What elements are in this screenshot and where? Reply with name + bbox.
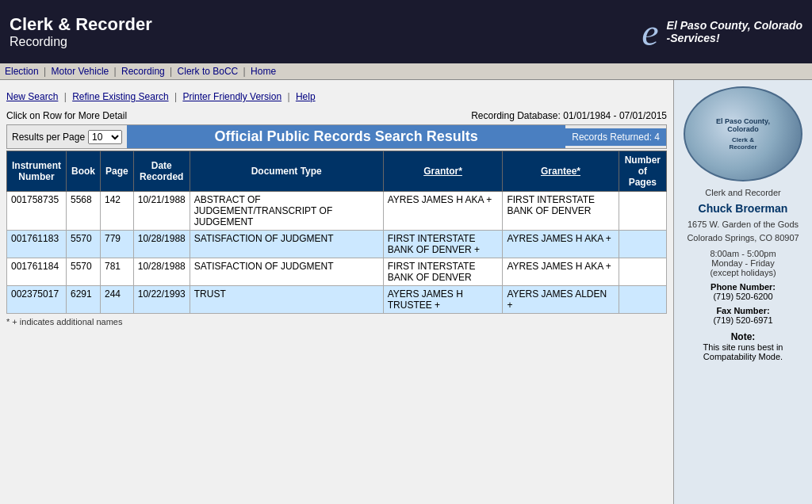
col-grantee: Grantee* xyxy=(503,151,619,192)
e-logo-icon: e xyxy=(642,10,658,54)
table-cell xyxy=(619,192,666,231)
grantor-sort-link[interactable]: Grantor* xyxy=(423,166,462,177)
sidebar-phone: Phone Number: (719) 520-6200 xyxy=(680,282,806,301)
sidebar: El Paso County, Colorado Clerk & Recorde… xyxy=(673,80,812,504)
table-cell: AYERS JAMES H TRUSTEE + xyxy=(383,286,503,314)
per-page-label: Results per Page xyxy=(12,132,85,143)
nav-recording[interactable]: Recording xyxy=(121,66,165,77)
table-cell xyxy=(619,231,666,258)
new-search-link[interactable]: New Search xyxy=(6,91,58,102)
nav-election[interactable]: Election xyxy=(5,66,39,77)
fax-number: (719) 520-6971 xyxy=(680,315,806,325)
table-cell: 6291 xyxy=(67,286,101,314)
nav-separator-1: | xyxy=(44,66,46,77)
table-cell: FIRST INTERSTATE BANK OF DENVER xyxy=(383,258,503,286)
table-cell: AYERS JAMES ALDEN + xyxy=(503,286,619,314)
table-cell: SATISFACTION OF JUDGMENT xyxy=(190,231,383,258)
footnote: * + indicates additional names xyxy=(6,314,667,330)
nav-separator-2: | xyxy=(114,66,117,77)
table-cell: 142 xyxy=(101,192,134,231)
seal-line2: Colorado xyxy=(727,125,759,133)
table-row[interactable]: 001761183557077910/28/1988SATISFACTION O… xyxy=(7,231,667,258)
site-title: Clerk & Recorder xyxy=(10,14,152,35)
table-cell: AYRES JAMES H AKA + xyxy=(383,192,503,231)
table-cell: 5570 xyxy=(67,258,101,286)
col-instrument: InstrumentNumber xyxy=(7,151,67,192)
results-per-page-control: Results per Page 10 25 50 100 xyxy=(7,127,127,147)
col-date: DateRecorded xyxy=(133,151,190,192)
table-cell: 779 xyxy=(101,231,134,258)
records-returned: Records Returned: 4 xyxy=(565,128,666,146)
header: Clerk & Recorder Recording e El Paso Cou… xyxy=(0,0,812,63)
grantee-sort-link[interactable]: Grantee* xyxy=(541,166,580,177)
seal-line1: El Paso County, xyxy=(716,117,770,125)
col-page: Page xyxy=(101,151,134,192)
nav-separator-4: | xyxy=(243,66,246,77)
col-doc-type: Document Type xyxy=(190,151,383,192)
phone-number: (719) 520-6200 xyxy=(680,292,806,301)
fax-label: Fax Number: xyxy=(680,306,806,315)
sidebar-hours: 8:00am - 5:00pm Monday - Friday (except … xyxy=(680,249,806,277)
table-cell: SATISFACTION OF JUDGMENT xyxy=(190,258,383,286)
table-cell: 001761184 xyxy=(7,258,67,286)
col-grantor: Grantor* xyxy=(383,151,503,192)
county-name: El Paso County, Colorado xyxy=(667,19,802,32)
navigation-bar: Election | Motor Vehicle | Recording | C… xyxy=(0,63,812,80)
table-cell: 244 xyxy=(101,286,134,314)
link-sep-2: | xyxy=(174,91,179,102)
printer-friendly-link[interactable]: Printer Friendly Version xyxy=(182,91,282,102)
seal-line4: Recorder xyxy=(729,143,756,151)
hours-text: 8:00am - 5:00pm xyxy=(680,249,806,258)
table-row[interactable]: 002375017629124410/22/1993TRUSTAYERS JAM… xyxy=(7,286,667,314)
header-branding: Clerk & Recorder Recording xyxy=(10,14,152,49)
records-returned-value: 4 xyxy=(654,132,660,143)
table-cell: FIRST INTERSTATE BANK OF DENVER + xyxy=(383,231,503,258)
nav-motor-vehicle[interactable]: Motor Vehicle xyxy=(52,66,109,77)
nav-separator-3: | xyxy=(170,66,172,77)
site-subtitle: Recording xyxy=(10,35,152,49)
table-cell: 5568 xyxy=(67,192,101,231)
days-text: Monday - Friday xyxy=(680,258,806,268)
sidebar-fax: Fax Number: (719) 520-6971 xyxy=(680,306,806,325)
table-row[interactable]: 001761184557078110/28/1988SATISFACTION O… xyxy=(7,258,667,286)
col-num-pages: Numberof Pages xyxy=(619,151,666,192)
table-cell: 781 xyxy=(101,258,134,286)
table-row[interactable]: 001758735556814210/21/1988ABSTRACT OF JU… xyxy=(7,192,667,231)
table-body: 001758735556814210/21/1988ABSTRACT OF JU… xyxy=(7,192,667,314)
nav-clerk-to-bocc[interactable]: Clerk to BoCC xyxy=(178,66,239,77)
table-cell: ABSTRACT OF JUDGEMENT/TRANSCRIPT OF JUDG… xyxy=(190,192,383,231)
seal-graphic: El Paso County, Colorado Clerk & Recorde… xyxy=(684,86,802,181)
table-cell: 001761183 xyxy=(7,231,67,258)
click-row-hint: Click on Row for More Detail xyxy=(6,110,127,121)
results-title: Official Public Records Search Results xyxy=(127,125,565,148)
refine-search-link[interactable]: Refine Existing Search xyxy=(72,91,168,102)
results-table: InstrumentNumber Book Page DateRecorded … xyxy=(6,151,667,314)
sidebar-recorder-name: Chuck Broerman xyxy=(680,202,806,215)
sidebar-address: 1675 W. Garden of the Gods Colorado Spri… xyxy=(680,218,806,244)
nav-home[interactable]: Home xyxy=(251,66,276,77)
sidebar-note: Note: This site runs best in Compatabili… xyxy=(680,331,806,361)
per-page-select[interactable]: 10 25 50 100 xyxy=(88,130,122,144)
table-cell: 10/28/1988 xyxy=(133,231,190,258)
address-line2: Colorado Springs, CO 80907 xyxy=(680,231,806,245)
table-cell: 10/22/1993 xyxy=(133,286,190,314)
header-county: e El Paso County, Colorado -Services! xyxy=(642,10,802,54)
seal-line3: Clerk & xyxy=(732,136,754,143)
table-cell: AYRES JAMES H AKA + xyxy=(503,231,619,258)
except-text: (except holidays) xyxy=(680,268,806,277)
results-header: Results per Page 10 25 50 100 Official P… xyxy=(6,124,667,149)
county-info: El Paso County, Colorado -Services! xyxy=(667,19,802,44)
county-seal: El Paso County, Colorado Clerk & Recorde… xyxy=(682,86,805,181)
table-cell: AYRES JAMES H AKA + xyxy=(503,258,619,286)
sidebar-office-title: Clerk and Recorder xyxy=(680,188,806,197)
search-links-bar: New Search | Refine Existing Search | Pr… xyxy=(6,86,667,107)
table-cell: 002375017 xyxy=(7,286,67,314)
table-cell: FIRST INTERSTATE BANK OF DENVER xyxy=(503,192,619,231)
table-cell xyxy=(619,258,666,286)
table-cell xyxy=(619,286,666,314)
table-cell: 001758735 xyxy=(7,192,67,231)
table-header-row: InstrumentNumber Book Page DateRecorded … xyxy=(7,151,667,192)
table-cell: 5570 xyxy=(67,231,101,258)
db-info-text: Recording Database: 01/01/1984 - 07/01/2… xyxy=(471,110,667,121)
help-link[interactable]: Help xyxy=(296,91,316,102)
